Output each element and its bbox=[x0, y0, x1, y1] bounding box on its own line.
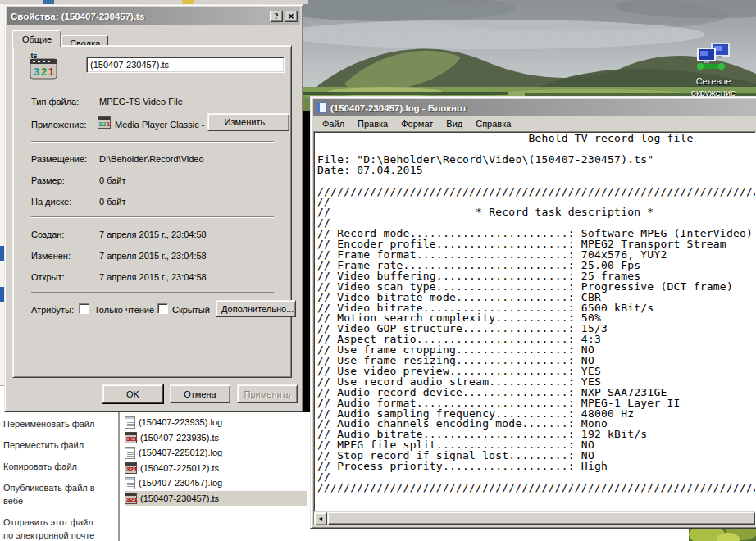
notepad-client-area: Behold TV record log file File: "D:\Beho… bbox=[313, 131, 756, 525]
notepad-title: (150407-230457).log - Блокнот bbox=[330, 103, 754, 113]
cancel-button[interactable]: Отмена bbox=[170, 384, 230, 403]
desktop: Сетевое окружение Переименовать файлПере… bbox=[0, 0, 756, 541]
tab-general[interactable]: Общие bbox=[12, 30, 61, 48]
notepad-horizontal-scrollbar[interactable]: ◄ bbox=[314, 511, 755, 525]
properties-dialog-title: Свойства: (150407-230457).ts bbox=[11, 11, 268, 21]
size-on-disk-label: На диске: bbox=[31, 197, 71, 207]
ts-file-icon bbox=[125, 432, 137, 443]
task-pane-link[interactable]: Переместить файл bbox=[3, 439, 102, 452]
size-value: 0 байт bbox=[99, 175, 126, 185]
application-label: Приложение: bbox=[31, 120, 87, 130]
ts-file-icon bbox=[125, 493, 137, 504]
file-list-item[interactable]: (150407-223935).log bbox=[125, 415, 222, 430]
svg-text:3: 3 bbox=[34, 66, 39, 78]
notepad-titlebar[interactable]: (150407-230457).log - Блокнот bbox=[313, 99, 756, 116]
menu-file[interactable]: Файл bbox=[316, 118, 351, 130]
log-file-icon bbox=[125, 447, 135, 459]
network-places-icon bbox=[695, 43, 731, 72]
log-file-icon bbox=[125, 416, 135, 429]
svg-text:1: 1 bbox=[48, 66, 54, 78]
explorer-pane-divider[interactable] bbox=[118, 412, 120, 541]
created-value: 7 апреля 2015 г., 23:04:58 bbox=[99, 230, 207, 239]
ok-button[interactable]: OK bbox=[102, 384, 163, 403]
file-list-item[interactable]: (150407-223935).ts bbox=[125, 430, 219, 445]
file-type-label: Тип файла: bbox=[31, 97, 79, 107]
network-places-desktop-icon[interactable]: Сетевое окружение bbox=[677, 43, 749, 98]
readonly-label: Только чтение bbox=[94, 305, 154, 315]
location-value: D:\Beholder\Record\Video bbox=[99, 154, 204, 164]
file-name: (150407-230457).ts bbox=[140, 493, 219, 503]
readonly-checkbox[interactable] bbox=[79, 303, 89, 314]
hidden-label: Скрытый bbox=[172, 305, 210, 315]
menu-view[interactable]: Вид bbox=[439, 118, 469, 130]
apply-button[interactable]: Применить bbox=[237, 384, 298, 403]
notepad-text[interactable]: Behold TV record log file File: "D:\Beho… bbox=[314, 132, 755, 511]
location-label: Размещение: bbox=[31, 154, 87, 164]
properties-dialog-titlebar[interactable]: Свойства: (150407-230457).ts ? × bbox=[7, 7, 300, 25]
notepad-menubar: Файл Правка Формат Вид Справка bbox=[313, 116, 756, 131]
scroll-left-arrow-icon[interactable]: ◄ bbox=[314, 512, 327, 525]
network-places-label: Сетевое окружение bbox=[677, 75, 749, 98]
scrollbar-thumb[interactable] bbox=[328, 512, 755, 525]
file-list-item[interactable]: (150407-230457).ts bbox=[125, 491, 307, 506]
notepad-app-icon bbox=[317, 102, 327, 113]
dialog-tabs: Общие Сводка bbox=[12, 30, 108, 47]
accessed-label: Открыт: bbox=[31, 272, 65, 282]
file-name: (150407-223935).ts bbox=[140, 433, 219, 443]
ts-file-icon bbox=[125, 462, 137, 474]
file-name: (150407-225012).log bbox=[139, 448, 222, 457]
svg-text:1: 1 bbox=[107, 120, 111, 128]
task-pane-link[interactable]: Переименовать файл bbox=[3, 417, 102, 430]
filename-input[interactable] bbox=[86, 57, 285, 73]
modified-label: Изменен: bbox=[31, 251, 71, 261]
menu-format[interactable]: Формат bbox=[394, 118, 439, 130]
separator bbox=[31, 292, 274, 293]
help-icon[interactable]: ? bbox=[270, 11, 283, 22]
task-pane-link[interactable]: Отправить этот файл по электронной почте bbox=[3, 516, 102, 541]
task-pane-link[interactable]: Копировать файл bbox=[3, 460, 102, 473]
size-label: Размер: bbox=[31, 175, 65, 185]
size-on-disk-value: 0 байт bbox=[99, 197, 126, 207]
separator bbox=[31, 141, 274, 143]
modified-value: 7 апреля 2015 г., 23:04:58 bbox=[99, 251, 207, 261]
created-label: Создан: bbox=[31, 230, 64, 239]
file-name: (150407-230457).log bbox=[139, 478, 222, 488]
general-tab-page: 3 2 1 .ts Тип файла: MPEG-TS Video File … bbox=[12, 45, 292, 378]
menu-help[interactable]: Справка bbox=[469, 118, 517, 130]
hidden-checkbox[interactable] bbox=[157, 303, 168, 314]
file-type-value: MPEG-TS Video File bbox=[99, 97, 183, 107]
file-list-item[interactable]: (150407-225012).log bbox=[125, 445, 222, 460]
file-name: (150407-223935).log bbox=[139, 417, 222, 427]
task-pane-link[interactable]: Опубликовать файл в вебе bbox=[3, 481, 102, 507]
notepad-window: (150407-230457).log - Блокнот Файл Правк… bbox=[310, 96, 756, 529]
close-icon[interactable]: × bbox=[285, 11, 298, 22]
properties-dialog: Свойства: (150407-230457).ts ? × Общие С… bbox=[4, 4, 303, 412]
log-file-icon bbox=[125, 477, 135, 489]
accessed-value: 7 апреля 2015 г., 23:04:58 bbox=[99, 272, 207, 282]
mpc-app-icon: 3 2 1 bbox=[98, 116, 111, 129]
svg-text:.ts: .ts bbox=[29, 52, 38, 60]
file-list-item[interactable]: (150407-230457).log bbox=[125, 475, 222, 490]
svg-text:2: 2 bbox=[41, 66, 47, 78]
separator bbox=[31, 216, 274, 218]
advanced-button[interactable]: Дополнительно... bbox=[216, 300, 296, 317]
file-list-item[interactable]: (150407-225012).ts bbox=[125, 461, 219, 475]
mpc-file-type-icon: 3 2 1 .ts bbox=[28, 52, 59, 80]
change-app-button[interactable]: Изменить... bbox=[207, 113, 289, 131]
menu-edit[interactable]: Правка bbox=[351, 118, 394, 130]
attributes-label: Атрибуты: bbox=[31, 305, 74, 315]
file-name: (150407-225012).ts bbox=[140, 463, 219, 473]
application-value: Media Player Classic - bbox=[115, 120, 204, 130]
